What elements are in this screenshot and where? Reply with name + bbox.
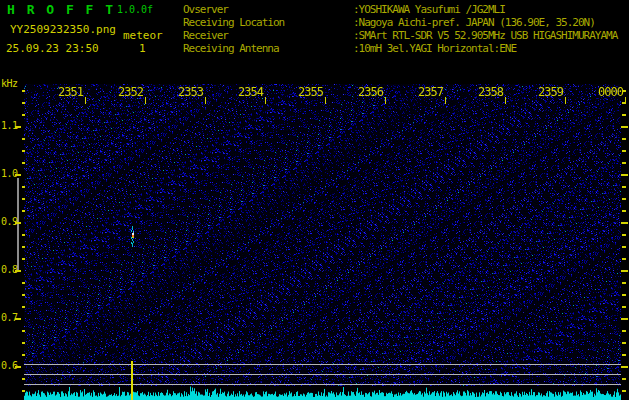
- freq-minor-tick: [22, 150, 25, 152]
- freq-major-tick: [15, 318, 21, 320]
- freq-minor-tick-right: [622, 378, 626, 380]
- freq-minor-tick: [22, 246, 25, 248]
- time-axis-label: 2357: [403, 85, 443, 99]
- output-filename: YY2509232350.png: [10, 23, 116, 36]
- freq-minor-tick-right: [622, 330, 626, 332]
- time-axis-label: 2359: [523, 85, 563, 99]
- freq-major-tick-right: [621, 126, 628, 128]
- timestamp: 25.09.23 23:50: [6, 42, 99, 55]
- app-version: 1.0.0f: [117, 4, 153, 15]
- info-row-receiver: Receiver:SMArt RTL-SDR V5 52.905MHz USB …: [183, 29, 617, 42]
- info-row-antenna: Receiving Antenna:10mH 3el.YAGI Horizont…: [183, 42, 617, 55]
- freq-major-tick-right: [621, 366, 628, 368]
- freq-major-tick: [15, 270, 21, 272]
- freq-major-tick-right: [621, 270, 628, 272]
- freq-major-tick: [15, 222, 21, 224]
- station-info-block: Ovserver:YOSHIKAWA Yasufumi /JG2MLI Rece…: [183, 3, 617, 55]
- spectrogram-canvas: [24, 84, 629, 400]
- info-row-location: Receiving Location:Nagoya Aichi-pref. JA…: [183, 16, 617, 29]
- freq-minor-tick-right: [622, 246, 626, 248]
- freq-minor-tick-right: [622, 354, 626, 356]
- echo-count: 1: [139, 42, 146, 55]
- freq-minor-tick: [22, 390, 25, 392]
- freq-minor-tick: [22, 282, 25, 284]
- freq-minor-tick: [22, 354, 25, 356]
- freq-minor-tick-right: [622, 282, 626, 284]
- freq-minor-tick: [22, 114, 25, 116]
- freq-minor-tick: [22, 294, 25, 296]
- freq-minor-tick: [22, 210, 25, 212]
- info-label: Receiving Location: [183, 16, 353, 29]
- time-axis-label: 2351: [43, 85, 83, 99]
- freq-minor-tick: [22, 186, 25, 188]
- freq-minor-tick: [22, 198, 25, 200]
- time-axis-label: 2352: [103, 85, 143, 99]
- freq-major-tick: [15, 174, 21, 176]
- freq-minor-tick-right: [622, 258, 626, 260]
- freq-minor-tick-right: [622, 114, 626, 116]
- info-label: Receiving Antenna: [183, 42, 353, 55]
- info-value: :Nagoya Aichi-pref. JAPAN (136.90E, 35.2…: [353, 16, 595, 29]
- freq-minor-tick: [22, 162, 25, 164]
- mode-label: meteor: [123, 29, 163, 42]
- freq-minor-tick-right: [622, 234, 626, 236]
- freq-minor-tick: [22, 378, 25, 380]
- freq-minor-tick: [22, 258, 25, 260]
- freq-minor-tick: [22, 234, 25, 236]
- freq-minor-tick-right: [622, 198, 626, 200]
- info-value: :YOSHIKAWA Yasufumi /JG2MLI: [353, 3, 505, 16]
- freq-minor-tick-right: [622, 294, 626, 296]
- freq-minor-tick-right: [622, 90, 626, 92]
- freq-minor-tick-right: [622, 102, 626, 104]
- freq-minor-tick-right: [622, 150, 626, 152]
- freq-major-tick-right: [621, 174, 628, 176]
- freq-minor-tick-right: [622, 138, 626, 140]
- freq-minor-tick-right: [622, 210, 626, 212]
- time-axis-label: 2356: [343, 85, 383, 99]
- freq-minor-tick-right: [622, 390, 626, 392]
- freq-minor-tick-right: [622, 162, 626, 164]
- freq-minor-tick: [22, 102, 25, 104]
- info-label: Ovserver: [183, 3, 353, 16]
- time-axis-label: 2358: [463, 85, 503, 99]
- freq-minor-tick: [22, 306, 25, 308]
- time-axis-label: 0000: [583, 85, 623, 99]
- hrofft-window: H R O F F T 1.0.0f YY2509232350.png mete…: [0, 0, 629, 400]
- freq-minor-tick: [22, 90, 25, 92]
- freq-minor-tick: [22, 342, 25, 344]
- time-axis-label: 2354: [223, 85, 263, 99]
- info-row-observer: Ovserver:YOSHIKAWA Yasufumi /JG2MLI: [183, 3, 617, 16]
- info-value: :10mH 3el.YAGI Horizontal:ENE: [353, 42, 516, 55]
- info-value: :SMArt RTL-SDR V5 52.905MHz USB HIGASHIM…: [353, 29, 617, 42]
- time-axis-label: 2353: [163, 85, 203, 99]
- freq-major-tick-right: [621, 318, 628, 320]
- freq-minor-tick: [22, 330, 25, 332]
- freq-major-tick: [15, 366, 21, 368]
- freq-major-tick: [15, 126, 21, 128]
- time-axis-label: 2355: [283, 85, 323, 99]
- info-label: Receiver: [183, 29, 353, 42]
- freq-minor-tick-right: [622, 186, 626, 188]
- freq-major-tick-right: [621, 222, 628, 224]
- freq-minor-tick: [22, 138, 25, 140]
- freq-axis-unit: kHz: [1, 78, 18, 89]
- freq-minor-tick-right: [622, 342, 626, 344]
- app-title: H R O F F T: [7, 2, 115, 17]
- freq-minor-tick-right: [622, 306, 626, 308]
